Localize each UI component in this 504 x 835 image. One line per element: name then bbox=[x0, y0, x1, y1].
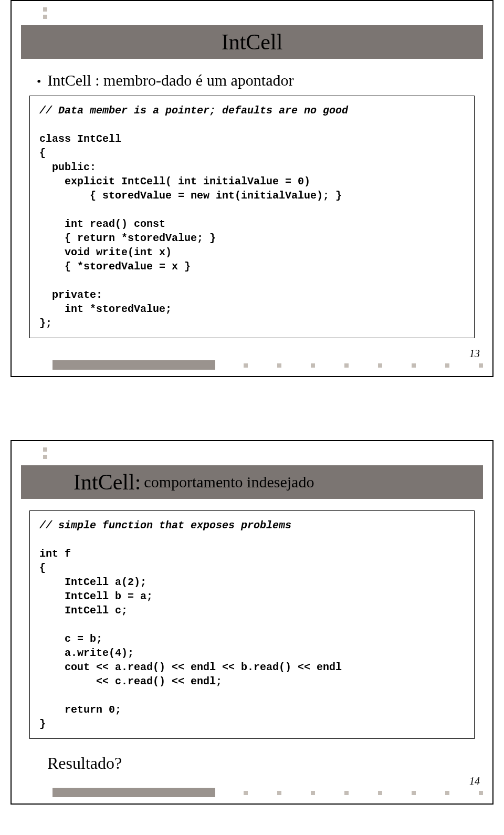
footer-dots bbox=[244, 363, 483, 368]
footer-accent bbox=[52, 360, 215, 370]
page-number: 13 bbox=[469, 348, 480, 360]
code-box: // Data member is a pointer; defaults ar… bbox=[29, 96, 475, 338]
slide-title: IntCell bbox=[222, 29, 283, 55]
bullet-line: • IntCell : membro-dado é um apontador bbox=[37, 71, 483, 89]
decor-dots bbox=[43, 7, 47, 22]
code-box: // simple function that exposes problems… bbox=[29, 510, 475, 739]
slide-1: IntCell • IntCell : membro-dado é um apo… bbox=[10, 0, 494, 377]
decor-dots bbox=[43, 447, 47, 462]
page-number: 14 bbox=[469, 775, 480, 787]
footer-accent bbox=[52, 788, 215, 797]
slide-title-sub: comportamento indesejado bbox=[144, 473, 314, 491]
footer: 14 bbox=[21, 787, 483, 797]
slide-title-main: IntCell: bbox=[74, 469, 141, 495]
code-body: class IntCell { public: explicit IntCell… bbox=[39, 133, 342, 329]
code-comment: // Data member is a pointer; defaults ar… bbox=[39, 105, 348, 117]
footer-dots bbox=[244, 791, 483, 795]
bullet-text: IntCell : membro-dado é um apontador bbox=[47, 71, 293, 89]
slide-2: IntCell: comportamento indesejado // sim… bbox=[10, 440, 494, 805]
result-label: Resultado? bbox=[47, 754, 483, 773]
bullet-icon: • bbox=[37, 75, 41, 89]
footer: 13 bbox=[21, 359, 483, 370]
title-bar: IntCell: comportamento indesejado bbox=[21, 465, 483, 499]
code-comment: // simple function that exposes problems bbox=[39, 519, 291, 531]
title-bar: IntCell bbox=[21, 25, 483, 59]
code-body: int f { IntCell a(2); IntCell b = a; Int… bbox=[39, 548, 342, 730]
